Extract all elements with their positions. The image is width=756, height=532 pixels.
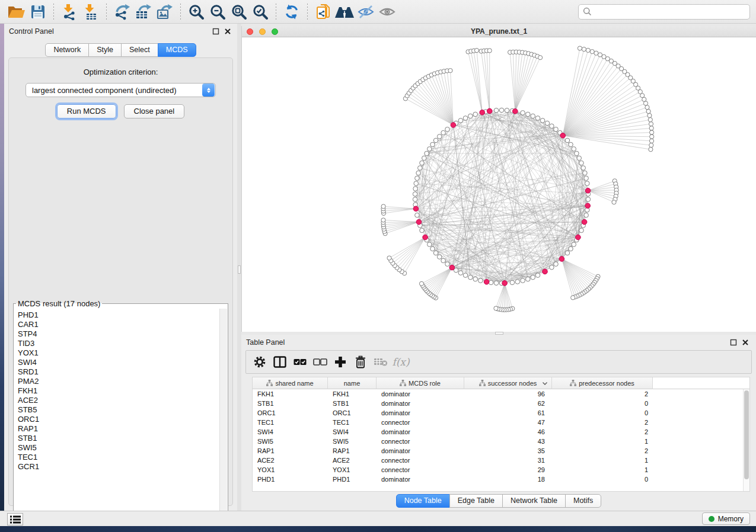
window-minimize-traffic-light[interactable] (259, 28, 266, 35)
table-row[interactable]: PHD1PHD1dominator180 (253, 475, 749, 484)
memory-button[interactable]: Memory (702, 512, 750, 525)
zoom-selected-button[interactable] (250, 2, 271, 22)
table-row[interactable]: ORC1ORC1dominator610 (253, 408, 749, 418)
import-network-button[interactable] (59, 2, 80, 22)
tab-network[interactable]: Network (45, 43, 89, 57)
table-scrollbar[interactable] (743, 389, 749, 491)
table-row[interactable]: TEC1TEC1connector472 (253, 418, 749, 427)
table-row[interactable]: RAP1RAP1dominator352 (253, 446, 749, 456)
mcds-result-item[interactable]: SWI4 (18, 358, 227, 367)
mcds-result-item[interactable]: RAP1 (18, 424, 227, 434)
table-row[interactable]: STB1STB1dominator620 (253, 399, 749, 408)
network-graph[interactable] (242, 37, 756, 332)
mcds-list-scrollbar[interactable] (219, 309, 227, 518)
tab-edge-table[interactable]: Edge Table (449, 494, 503, 508)
export-network-button[interactable] (111, 2, 133, 22)
vertical-splitter-grabber[interactable] (238, 265, 241, 274)
window-zoom-traffic-light[interactable] (272, 28, 278, 35)
zoom-out-button[interactable] (207, 2, 228, 22)
tab-network-table[interactable]: Network Table (502, 494, 566, 508)
create-column-button[interactable] (330, 352, 350, 371)
table-scrollbar-thumb[interactable] (744, 390, 749, 479)
vertical-splitter[interactable] (237, 24, 241, 511)
mcds-result-item[interactable]: STP4 (18, 329, 227, 339)
mcds-result-item[interactable]: ORC1 (18, 415, 227, 424)
mcds-result-item[interactable]: ACE2 (18, 396, 227, 405)
desktop-wallpaper-left (0, 24, 4, 526)
zoom-in-button[interactable] (186, 2, 207, 22)
import-table-button[interactable] (80, 2, 101, 22)
share-document-button[interactable] (312, 2, 334, 22)
show-panels-list-button[interactable] (7, 513, 23, 525)
column-header-mcds-role[interactable]: MCDS role (377, 377, 464, 389)
save-session-button[interactable] (27, 2, 49, 22)
column-header-successor-nodes[interactable]: successor nodes (464, 377, 552, 389)
export-image-button[interactable] (154, 2, 176, 22)
mcds-result-item[interactable]: SRD1 (18, 367, 227, 377)
mcds-result-item[interactable]: GCR1 (18, 462, 227, 472)
table-row[interactable]: SWI4SWI4dominator462 (253, 427, 749, 437)
table-cell-role: dominator (377, 446, 464, 456)
sort-descending-icon (543, 382, 547, 385)
function-builder-button[interactable]: f(x) (391, 352, 411, 371)
search-network-button[interactable] (334, 2, 355, 22)
mcds-result-item[interactable]: STB1 (18, 434, 227, 443)
table-row[interactable]: SWI5SWI5connector431 (253, 437, 749, 446)
mcds-result-item[interactable]: TEC1 (18, 453, 227, 462)
window-close-traffic-light[interactable] (247, 28, 253, 35)
close-panel-icon[interactable] (224, 28, 231, 35)
table-row[interactable]: YOX1YOX1connector291 (253, 465, 749, 475)
table-cell-name: ACE2 (328, 456, 377, 465)
mcds-result-title: MCDS result (17 nodes) (16, 299, 102, 308)
tab-mcds[interactable]: MCDS (158, 43, 196, 57)
search-input[interactable] (592, 6, 745, 18)
delete-column-button[interactable] (350, 352, 371, 371)
float-panel-icon[interactable] (212, 28, 219, 35)
deselect-all-button[interactable] (310, 352, 330, 371)
column-label: name (344, 380, 361, 387)
tab-motifs[interactable]: Motifs (565, 494, 601, 508)
share-document-icon (315, 4, 331, 20)
table-cell-name: PHD1 (328, 475, 377, 484)
show-columns-button[interactable] (270, 352, 290, 371)
column-header-shared-name[interactable]: shared name (253, 377, 328, 389)
export-table-button[interactable] (133, 2, 154, 22)
table-row[interactable]: FKH1FKH1dominator962 (253, 389, 749, 399)
mcds-result-item[interactable]: CAR1 (18, 320, 227, 329)
tab-node-table[interactable]: Node Table (396, 494, 450, 508)
delete-table-button[interactable] (371, 352, 391, 371)
table-settings-button[interactable] (250, 352, 270, 371)
column-header-name[interactable]: name (328, 377, 377, 389)
mcds-result-item[interactable]: STB5 (18, 405, 227, 415)
table-toolbar: f(x) (245, 350, 752, 374)
mcds-result-item[interactable]: FKH1 (18, 386, 227, 396)
mcds-result-item[interactable]: YOX1 (18, 348, 227, 358)
close-panel-button[interactable]: Close panel (124, 104, 185, 118)
zoom-fit-button[interactable] (228, 2, 250, 22)
mcds-result-list: PHD1CAR1STP4TID3YOX1SWI4SRD1PMA2FKH1ACE2… (14, 309, 227, 518)
float-panel-icon[interactable] (730, 339, 737, 346)
criterion-select[interactable]: largest connected component (undirected) (25, 83, 216, 97)
open-file-button[interactable] (6, 2, 27, 22)
close-panel-icon[interactable] (742, 339, 749, 346)
column-header-predecessor-nodes[interactable]: predecessor nodes (552, 377, 653, 389)
application-window: Control Panel Network Style Select MCDS … (0, 0, 756, 532)
tab-select[interactable]: Select (121, 43, 158, 57)
run-mcds-button[interactable]: Run MCDS (57, 104, 116, 118)
mcds-result-item[interactable]: SWI5 (18, 443, 227, 453)
mcds-result-item[interactable]: PMA2 (18, 377, 227, 386)
refresh-button[interactable] (281, 2, 302, 22)
mcds-result-item[interactable]: PHD1 (18, 310, 227, 320)
table-row[interactable]: ACE2ACE2connector311 (253, 456, 749, 465)
table-cell-role: dominator (377, 399, 464, 408)
columns-icon (273, 356, 286, 368)
mcds-result-item[interactable]: TID3 (18, 339, 227, 348)
table-cell-name: ORC1 (328, 408, 377, 418)
table-cell-role: connector (377, 456, 464, 465)
show-graphics-details-button[interactable] (377, 2, 398, 22)
tab-style[interactable]: Style (88, 43, 122, 57)
table-cell-name: YOX1 (328, 465, 377, 475)
hide-graphics-details-button[interactable] (355, 2, 377, 22)
select-all-button[interactable] (290, 352, 310, 371)
network-window-titlebar[interactable]: YPA_prune.txt_1 (242, 26, 756, 37)
